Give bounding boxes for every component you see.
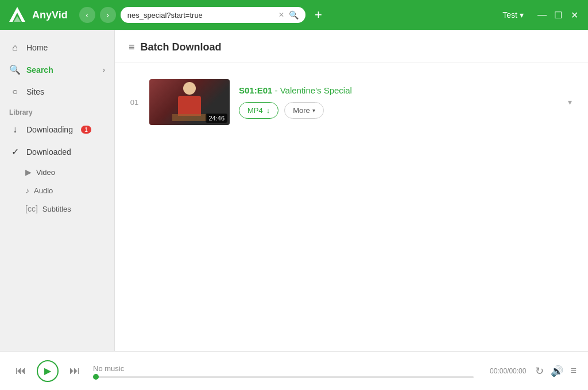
prev-track-button[interactable]: ⏮: [11, 362, 30, 380]
more-chevron-icon: ▾: [312, 107, 315, 114]
user-chevron-icon: ▾: [520, 10, 524, 20]
new-tab-button[interactable]: +: [315, 7, 322, 22]
person-silhouette: [172, 82, 207, 122]
sidebar-item-sites[interactable]: ○ Sites: [0, 81, 114, 103]
sidebar-item-search[interactable]: 🔍 Search ›: [0, 58, 114, 81]
audio-icon: ♪: [25, 186, 29, 195]
repeat-button[interactable]: ↻: [535, 365, 544, 377]
audio-label: Audio: [34, 186, 53, 195]
time-display: 00:00/00:00: [490, 367, 526, 375]
minimize-button[interactable]: —: [535, 8, 549, 22]
url-clear-button[interactable]: ✕: [278, 11, 284, 19]
user-label: Test: [502, 10, 517, 20]
window-controls: — ☐ ✕: [535, 8, 581, 22]
video-actions: MP4 ↓ More ▾: [239, 102, 556, 119]
episode-label: S01:E01: [239, 85, 272, 95]
collapse-button[interactable]: ▾: [566, 95, 574, 109]
batch-download-header: ≡ Batch Download: [115, 30, 588, 63]
sidebar-item-audio[interactable]: ♪ Audio: [0, 181, 114, 200]
main-layout: ⌂ Home 🔍 Search › ○ Sites Library ↓ Down…: [0, 30, 588, 351]
queue-button[interactable]: ≡: [570, 365, 577, 377]
progress-bar[interactable]: [93, 376, 474, 378]
subtitles-icon: [cc]: [25, 204, 38, 213]
title-text: - Valentine's Special: [272, 85, 352, 95]
thumb-shelf: [172, 114, 207, 121]
thumb-body: [178, 96, 201, 116]
sidebar-item-downloading[interactable]: ↓ Downloading 1: [0, 119, 114, 141]
progress-dot: [93, 374, 99, 380]
download-arrow-icon: ↓: [266, 106, 270, 115]
logo-area: AnyVid: [7, 5, 68, 25]
url-bar: nes_special?start=true ✕ 🔍: [121, 7, 305, 23]
video-icon: ▶: [25, 167, 32, 177]
search-label: Search: [26, 65, 53, 75]
home-icon: ⌂: [9, 42, 21, 53]
content-area: ≡ Batch Download 01 24:46: [115, 30, 588, 351]
search-icon: 🔍: [9, 64, 21, 75]
library-section-label: Library: [0, 103, 114, 119]
close-button[interactable]: ✕: [567, 8, 581, 22]
volume-button[interactable]: 🔊: [551, 365, 563, 377]
downloaded-icon: ✓: [9, 146, 21, 157]
subtitles-label: Subtitles: [42, 205, 71, 213]
video-label: Video: [36, 168, 55, 177]
video-thumbnail: 24:46: [149, 79, 230, 125]
item-number: 01: [129, 98, 140, 107]
logo-icon: [7, 5, 28, 25]
back-button[interactable]: ‹: [79, 7, 95, 23]
url-search-icon[interactable]: 🔍: [289, 10, 299, 20]
downloading-badge: 1: [81, 126, 91, 134]
play-pause-button[interactable]: ▶: [37, 360, 59, 382]
video-title: S01:E01 - Valentine's Special: [239, 85, 556, 95]
thumb-head: [183, 82, 196, 95]
video-item: 01 24:46 S01:E01 - Valentine's Special: [115, 72, 588, 132]
mp4-download-button[interactable]: MP4 ↓: [239, 102, 278, 119]
collapse-chevron-icon: ▾: [568, 98, 572, 107]
search-arrow-icon: ›: [103, 66, 105, 74]
downloaded-label: Downloaded: [26, 147, 71, 157]
more-options-button[interactable]: More ▾: [284, 102, 324, 119]
download-icon: ↓: [9, 124, 21, 135]
sidebar-item-home[interactable]: ⌂ Home: [0, 37, 114, 58]
sidebar-item-downloaded[interactable]: ✓ Downloaded: [0, 141, 114, 163]
duration-badge: 24:46: [206, 114, 227, 123]
video-list: 01 24:46 S01:E01 - Valentine's Special: [115, 63, 588, 351]
sidebar-item-subtitles[interactable]: [cc] Subtitles: [0, 200, 114, 218]
user-menu-button[interactable]: Test ▾: [502, 10, 524, 20]
home-label: Home: [26, 43, 48, 52]
track-name: No music: [93, 364, 474, 373]
mp4-label: MP4: [247, 106, 263, 115]
more-label: More: [293, 106, 310, 115]
player-controls: ⏮ ▶ ⏭: [11, 360, 84, 382]
sites-icon: ○: [9, 87, 21, 97]
batch-list-icon: ≡: [129, 41, 135, 53]
sites-label: Sites: [26, 87, 44, 96]
downloading-label: Downloading: [26, 125, 73, 134]
url-text: nes_special?start=true: [127, 11, 274, 20]
video-info: S01:E01 - Valentine's Special MP4 ↓ More…: [239, 85, 556, 119]
next-track-button[interactable]: ⏭: [65, 362, 84, 380]
track-info: No music: [93, 364, 474, 378]
batch-download-title: Batch Download: [141, 41, 222, 53]
forward-button[interactable]: ›: [100, 7, 116, 23]
sidebar: ⌂ Home 🔍 Search › ○ Sites Library ↓ Down…: [0, 30, 115, 351]
sidebar-item-video[interactable]: ▶ Video: [0, 163, 114, 181]
title-bar: AnyVid ‹ › nes_special?start=true ✕ 🔍 + …: [0, 0, 588, 30]
app-name: AnyVid: [32, 9, 68, 21]
player-bar: ⏮ ▶ ⏭ No music 00:00/00:00 ↻ 🔊 ≡: [0, 351, 588, 390]
player-right-controls: ↻ 🔊 ≡: [535, 365, 577, 377]
maximize-button[interactable]: ☐: [551, 8, 565, 22]
